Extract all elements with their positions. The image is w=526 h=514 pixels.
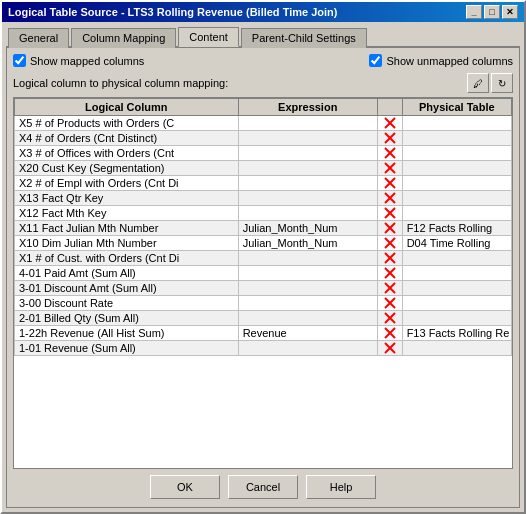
x-icon <box>382 282 398 294</box>
x-icon <box>382 117 398 129</box>
cell-x-mark[interactable] <box>377 191 402 206</box>
cell-physical <box>402 131 511 146</box>
table-row: 1-22h Revenue (All Hist Sum)RevenueF13 F… <box>15 326 512 341</box>
refresh-icon: ↻ <box>498 78 506 89</box>
show-mapped-label[interactable]: Show mapped columns <box>13 54 144 67</box>
cell-physical <box>402 161 511 176</box>
x-icon <box>382 312 398 324</box>
cell-x-mark[interactable] <box>377 206 402 221</box>
x-icon <box>382 222 398 234</box>
tab-parent-child[interactable]: Parent-Child Settings <box>241 28 367 48</box>
cell-expression <box>238 251 377 266</box>
cell-logical: X11 Fact Julian Mth Number <box>15 221 239 236</box>
table-row: X4 # of Orders (Cnt Distinct) <box>15 131 512 146</box>
edit-icon-button[interactable]: 🖊 <box>467 73 489 93</box>
table-row: X10 Dim Julian Mth NumberJulian_Month_Nu… <box>15 236 512 251</box>
options-row: Show mapped columns Show unmapped column… <box>13 54 513 67</box>
header-logical: Logical Column <box>15 99 239 116</box>
refresh-icon-button[interactable]: ↻ <box>491 73 513 93</box>
table-row: 3-01 Discount Amt (Sum All) <box>15 281 512 296</box>
cell-x-mark[interactable] <box>377 281 402 296</box>
cell-physical: F12 Facts Rolling <box>402 221 511 236</box>
cell-x-mark[interactable] <box>377 221 402 236</box>
help-button[interactable]: Help <box>306 475 376 499</box>
cell-logical: 3-01 Discount Amt (Sum All) <box>15 281 239 296</box>
show-mapped-checkbox[interactable] <box>13 54 26 67</box>
cell-expression <box>238 191 377 206</box>
cell-expression: Julian_Month_Num <box>238 221 377 236</box>
x-icon <box>382 147 398 159</box>
x-icon <box>382 132 398 144</box>
table-row: X20 Cust Key (Segmentation) <box>15 161 512 176</box>
cell-physical: F13 Facts Rolling Re <box>402 326 511 341</box>
tab-bar: General Column Mapping Content Parent-Ch… <box>2 22 524 46</box>
cell-x-mark[interactable] <box>377 296 402 311</box>
cell-logical: X2 # of Empl with Orders (Cnt Di <box>15 176 239 191</box>
mapping-table-container[interactable]: Logical Column Expression Physical Table… <box>13 97 513 469</box>
cell-x-mark[interactable] <box>377 251 402 266</box>
x-icon <box>382 192 398 204</box>
table-header-row: Logical Column Expression Physical Table <box>15 99 512 116</box>
show-unmapped-label[interactable]: Show unmapped columns <box>369 54 513 67</box>
cell-logical: X3 # of Offices with Orders (Cnt <box>15 146 239 161</box>
cancel-button[interactable]: Cancel <box>228 475 298 499</box>
cell-physical <box>402 281 511 296</box>
cell-logical: X10 Dim Julian Mth Number <box>15 236 239 251</box>
x-icon <box>382 327 398 339</box>
table-row: 1-01 Revenue (Sum All) <box>15 341 512 356</box>
bottom-buttons: OK Cancel Help <box>13 469 513 501</box>
cell-expression <box>238 206 377 221</box>
cell-x-mark[interactable] <box>377 176 402 191</box>
close-button[interactable]: ✕ <box>502 5 518 19</box>
cell-logical: 2-01 Billed Qty (Sum All) <box>15 311 239 326</box>
cell-physical <box>402 341 511 356</box>
mapping-label-row: Logical column to physical column mappin… <box>13 73 513 93</box>
cell-x-mark[interactable] <box>377 116 402 131</box>
cell-logical: 4-01 Paid Amt (Sum All) <box>15 266 239 281</box>
cell-logical: X12 Fact Mth Key <box>15 206 239 221</box>
table-row: X1 # of Cust. with Orders (Cnt Di <box>15 251 512 266</box>
cell-expression <box>238 281 377 296</box>
x-icon <box>382 267 398 279</box>
maximize-button[interactable]: □ <box>484 5 500 19</box>
cell-x-mark[interactable] <box>377 266 402 281</box>
tab-content[interactable]: Content <box>178 27 239 47</box>
ok-button[interactable]: OK <box>150 475 220 499</box>
tab-column-mapping[interactable]: Column Mapping <box>71 28 176 48</box>
show-unmapped-checkbox[interactable] <box>369 54 382 67</box>
cell-expression <box>238 161 377 176</box>
edit-icon: 🖊 <box>473 78 483 89</box>
cell-logical: X5 # of Products with Orders (C <box>15 116 239 131</box>
cell-x-mark[interactable] <box>377 161 402 176</box>
cell-x-mark[interactable] <box>377 131 402 146</box>
cell-physical <box>402 311 511 326</box>
title-bar: Logical Table Source - LTS3 Rolling Reve… <box>2 2 524 22</box>
cell-x-mark[interactable] <box>377 341 402 356</box>
cell-physical <box>402 116 511 131</box>
table-row: X13 Fact Qtr Key <box>15 191 512 206</box>
table-row: X3 # of Offices with Orders (Cnt <box>15 146 512 161</box>
tab-general[interactable]: General <box>8 28 69 48</box>
cell-logical: X4 # of Orders (Cnt Distinct) <box>15 131 239 146</box>
table-row: X11 Fact Julian Mth NumberJulian_Month_N… <box>15 221 512 236</box>
cell-x-mark[interactable] <box>377 326 402 341</box>
cell-physical <box>402 266 511 281</box>
cell-expression <box>238 116 377 131</box>
table-row: X12 Fact Mth Key <box>15 206 512 221</box>
cell-x-mark[interactable] <box>377 311 402 326</box>
cell-logical: X1 # of Cust. with Orders (Cnt Di <box>15 251 239 266</box>
cell-x-mark[interactable] <box>377 146 402 161</box>
icon-buttons: 🖊 ↻ <box>467 73 513 93</box>
cell-physical <box>402 296 511 311</box>
x-icon <box>382 162 398 174</box>
table-row: 2-01 Billed Qty (Sum All) <box>15 311 512 326</box>
main-window: Logical Table Source - LTS3 Rolling Reve… <box>0 0 526 514</box>
minimize-button[interactable]: _ <box>466 5 482 19</box>
cell-physical: D04 Time Rolling <box>402 236 511 251</box>
cell-expression: Julian_Month_Num <box>238 236 377 251</box>
cell-x-mark[interactable] <box>377 236 402 251</box>
x-icon <box>382 297 398 309</box>
table-row: 4-01 Paid Amt (Sum All) <box>15 266 512 281</box>
cell-logical: 1-01 Revenue (Sum All) <box>15 341 239 356</box>
cell-physical <box>402 146 511 161</box>
